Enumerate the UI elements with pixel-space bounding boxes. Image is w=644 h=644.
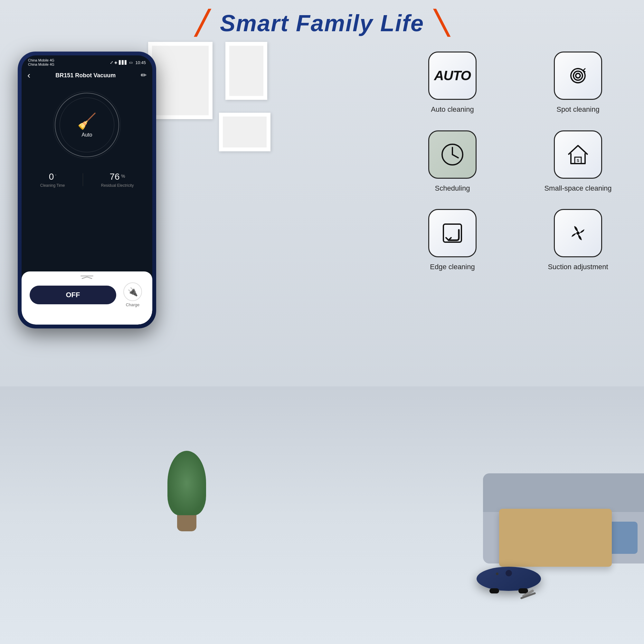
robot-sensor bbox=[496, 573, 498, 575]
vacuum-display[interactable]: 🧹 Auto bbox=[50, 88, 124, 162]
svg-line-2 bbox=[452, 155, 458, 158]
vacuum-mode-label: Auto bbox=[82, 132, 92, 138]
feature-auto-cleaning: AUTO Auto cleaning bbox=[403, 52, 502, 114]
title-text: Smart Family Life bbox=[220, 10, 424, 36]
feature-label-suction: Suction adjustment bbox=[548, 262, 608, 272]
carrier-info: China Mobile 4G China Mobile 4G bbox=[28, 58, 54, 67]
auto-text-icon: AUTO bbox=[434, 68, 471, 83]
wifi-icon: ◈ bbox=[114, 60, 117, 65]
picture-frame-3 bbox=[219, 113, 270, 151]
phone-notch bbox=[68, 55, 106, 64]
title-area: ╱ Smart Family Life ╲ bbox=[0, 10, 644, 37]
app-title: BR151 Robot Vacuum bbox=[30, 72, 141, 79]
electricity-stat: 76 % Residual Electricity bbox=[101, 172, 134, 188]
feature-label-auto: Auto cleaning bbox=[431, 105, 474, 114]
picture-frame-2 bbox=[225, 42, 267, 100]
stats-divider bbox=[83, 173, 83, 186]
house-svg-icon: S bbox=[565, 142, 591, 167]
cleaning-time-stat: 0 ' Cleaning Time bbox=[40, 172, 65, 188]
spiral-svg-icon bbox=[565, 63, 591, 89]
picture-frame-1 bbox=[148, 42, 213, 119]
slash-right-icon: ╲ bbox=[434, 10, 449, 36]
back-button[interactable]: ‹ bbox=[27, 70, 30, 81]
feature-icon-small-space: S bbox=[554, 130, 602, 179]
wheel-left bbox=[489, 588, 499, 593]
vacuum-center: 🧹 Auto bbox=[77, 112, 97, 138]
charge-label: Charge bbox=[126, 302, 140, 307]
charge-plug-icon: 🔌 bbox=[128, 287, 138, 297]
carrier2-label: China Mobile 4G bbox=[28, 62, 54, 67]
electricity-value-display: 76 % bbox=[101, 172, 134, 182]
bottom-controls: OFF 🔌 Charge bbox=[30, 282, 144, 307]
feature-suction: Suction adjustment bbox=[528, 209, 628, 272]
cleaning-time-value-display: 0 ' bbox=[40, 172, 65, 182]
robot-vacuum-floor bbox=[477, 567, 541, 592]
bottom-panel: OFF 🔌 Charge bbox=[22, 271, 152, 325]
feature-icon-suction bbox=[554, 209, 602, 257]
app-header: ‹ BR151 Robot Vacuum ✏ bbox=[22, 68, 152, 83]
robot-top-sensor bbox=[506, 570, 512, 576]
electricity-label: Residual Electricity bbox=[101, 183, 134, 188]
edit-button[interactable]: ✏ bbox=[141, 71, 147, 80]
svg-point-6 bbox=[576, 232, 580, 235]
status-icons: ⑇ ◈ ▋▋▋ ▭ 10:45 bbox=[110, 60, 146, 65]
features-area: AUTO Auto cleaning Spot cleaning bbox=[403, 52, 628, 272]
cleaning-time-unit: ' bbox=[55, 174, 56, 179]
phone-outer: China Mobile 4G China Mobile 4G ⑇ ◈ ▋▋▋ … bbox=[18, 52, 156, 328]
clock-svg-icon bbox=[440, 142, 465, 167]
features-grid: AUTO Auto cleaning Spot cleaning bbox=[403, 52, 628, 272]
feature-icon-scheduling bbox=[428, 130, 477, 179]
feature-icon-spot bbox=[554, 52, 602, 100]
feature-edge-cleaning: Edge cleaning bbox=[403, 209, 502, 272]
svg-text:S: S bbox=[577, 158, 579, 163]
robot-wheels bbox=[489, 588, 528, 593]
phone-container: China Mobile 4G China Mobile 4G ⑇ ◈ ▋▋▋ … bbox=[18, 52, 156, 328]
feature-spot-cleaning: Spot cleaning bbox=[528, 52, 628, 114]
feature-label-edge: Edge cleaning bbox=[430, 262, 475, 272]
feature-icon-auto: AUTO bbox=[428, 52, 477, 100]
stats-row: 0 ' Cleaning Time 76 % Residual Electric… bbox=[22, 167, 152, 193]
phone-screen: China Mobile 4G China Mobile 4G ⑇ ◈ ▋▋▋ … bbox=[22, 55, 152, 325]
cleaning-time-number: 0 bbox=[49, 172, 54, 182]
feature-label-scheduling: Scheduling bbox=[435, 184, 470, 193]
carrier1-label: China Mobile 4G bbox=[28, 58, 54, 62]
electricity-unit: % bbox=[121, 174, 125, 179]
page-title: ╱ Smart Family Life ╲ bbox=[0, 10, 644, 37]
vacuum-broom-icon: 🧹 bbox=[77, 112, 97, 130]
plant-leaves bbox=[167, 451, 206, 515]
feature-label-small-space: Small-space cleaning bbox=[544, 184, 611, 193]
robot-body bbox=[477, 567, 541, 591]
sofa-back bbox=[483, 473, 644, 512]
charge-button[interactable]: 🔌 Charge bbox=[121, 282, 144, 307]
off-button[interactable]: OFF bbox=[30, 286, 116, 304]
coffee-table bbox=[499, 509, 612, 567]
cleaning-time-label: Cleaning Time bbox=[40, 183, 65, 188]
drag-handle[interactable] bbox=[81, 275, 93, 277]
fan-svg-icon bbox=[565, 220, 591, 246]
edge-svg-icon bbox=[440, 220, 465, 246]
electricity-number: 76 bbox=[109, 172, 119, 182]
bluetooth-icon: ⑇ bbox=[110, 60, 113, 65]
signal-icon: ▋▋▋ bbox=[119, 60, 128, 65]
feature-icon-edge bbox=[428, 209, 477, 257]
feature-label-spot: Spot cleaning bbox=[556, 105, 599, 114]
feature-scheduling: Scheduling bbox=[403, 130, 502, 193]
charge-icon-circle: 🔌 bbox=[123, 282, 142, 301]
slash-left-icon: ╱ bbox=[195, 10, 210, 36]
battery-icon: ▭ bbox=[129, 60, 133, 65]
status-time: 10:45 bbox=[135, 60, 146, 65]
feature-small-space: S Small-space cleaning bbox=[528, 130, 628, 193]
plant bbox=[167, 451, 206, 531]
